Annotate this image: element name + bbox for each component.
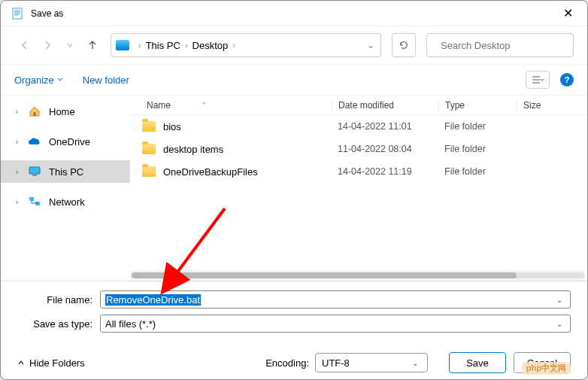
- file-list[interactable]: bios 14-04-2022 11:01 File folder deskto…: [130, 115, 587, 267]
- chevron-down-icon[interactable]: ⌄: [365, 40, 376, 50]
- home-icon: [28, 105, 41, 117]
- chevron-down-icon[interactable]: ⌄: [409, 359, 421, 367]
- chevron-right-icon: ›: [137, 41, 143, 50]
- chevron-right-icon[interactable]: ›: [16, 108, 25, 116]
- help-button[interactable]: ?: [560, 73, 574, 87]
- watermark: php中文网: [522, 362, 571, 375]
- horizontal-scrollbar[interactable]: [130, 270, 586, 281]
- search-input[interactable]: [441, 40, 567, 51]
- column-header-name[interactable]: Name⌃: [130, 100, 332, 111]
- filename-label: File name:: [17, 294, 100, 306]
- sidebar-item-home[interactable]: › Home: [1, 100, 130, 123]
- folder-icon: [142, 144, 156, 154]
- encoding-label: Encoding:: [265, 357, 309, 369]
- svg-rect-10: [34, 112, 36, 116]
- toolbar: Organize New folder ?: [1, 64, 587, 96]
- list-item[interactable]: OneDriveBackupFiles 14-04-2022 11:19 Fil…: [130, 160, 587, 183]
- back-button[interactable]: [14, 35, 35, 56]
- chevron-right-icon[interactable]: ›: [16, 138, 25, 146]
- file-name: OneDriveBackupFiles: [163, 166, 258, 178]
- save-form: File name: RemoveOneDrive.bat ⌄ Save as …: [1, 281, 587, 333]
- chevron-up-icon: [17, 359, 25, 366]
- pc-icon: [116, 40, 129, 50]
- svg-rect-13: [29, 197, 34, 201]
- file-date: 14-04-2022 11:01: [332, 121, 438, 132]
- svg-rect-11: [29, 167, 40, 174]
- svg-rect-12: [32, 175, 37, 176]
- chevron-down-icon[interactable]: ⌄: [553, 296, 565, 304]
- view-options-button[interactable]: [526, 71, 550, 89]
- sidebar-label: Home: [49, 106, 75, 117]
- up-button[interactable]: [82, 35, 103, 56]
- save-as-dialog: Save as ✕ › This PC › Desktop › ⌄ Organi…: [0, 0, 588, 380]
- footer: Hide Folders Encoding: UTF-8 ⌄ Save Canc…: [1, 346, 587, 379]
- column-header-size[interactable]: Size: [517, 100, 587, 111]
- file-date: 11-04-2022 08:04: [332, 144, 438, 154]
- column-header-date[interactable]: Date modified: [332, 100, 438, 111]
- nav-row: › This PC › Desktop › ⌄: [1, 26, 587, 64]
- save-button[interactable]: Save: [449, 352, 506, 373]
- filename-input[interactable]: RemoveOneDrive.bat ⌄: [100, 290, 571, 309]
- chevron-down-icon: [57, 77, 63, 83]
- forward-button[interactable]: [37, 35, 58, 56]
- chevron-right-icon[interactable]: ›: [16, 168, 25, 176]
- nav-tree: › Home › OneDrive › This PC › Network: [1, 96, 130, 281]
- main-area: › Home › OneDrive › This PC › Network: [1, 96, 587, 281]
- filename-value: RemoveOneDrive.bat: [105, 294, 201, 306]
- search-box[interactable]: [426, 33, 574, 57]
- pc-icon: [28, 166, 41, 178]
- savetype-label: Save as type:: [17, 318, 100, 330]
- file-list-area: Name⌃ Date modified Type Size bios 14-04…: [130, 96, 587, 281]
- sidebar-label: OneDrive: [49, 136, 90, 147]
- file-date: 14-04-2022 11:19: [332, 166, 438, 177]
- refresh-button[interactable]: [392, 33, 416, 57]
- list-item[interactable]: desktop items 11-04-2022 08:04 File fold…: [130, 138, 587, 160]
- folder-icon: [142, 166, 156, 177]
- sidebar-label: Network: [49, 196, 85, 208]
- encoding-value: UTF-8: [322, 357, 350, 369]
- list-item[interactable]: bios 14-04-2022 11:01 File folder: [130, 115, 587, 138]
- column-header-type[interactable]: Type: [438, 100, 517, 111]
- file-type: File folder: [438, 166, 517, 177]
- recent-dropdown[interactable]: [59, 35, 80, 56]
- chevron-down-icon[interactable]: ⌄: [553, 320, 565, 328]
- chevron-right-icon: ›: [231, 41, 237, 50]
- sidebar-item-network[interactable]: › Network: [1, 190, 130, 213]
- window-title: Save as: [31, 8, 559, 19]
- chevron-right-icon[interactable]: ›: [16, 198, 25, 206]
- sidebar-item-onedrive[interactable]: › OneDrive: [1, 130, 130, 153]
- new-folder-button[interactable]: New folder: [83, 74, 129, 86]
- breadcrumb-thispc[interactable]: This PC: [143, 40, 183, 51]
- hide-folders-button[interactable]: Hide Folders: [17, 357, 85, 369]
- column-headers: Name⌃ Date modified Type Size: [130, 96, 587, 115]
- onedrive-icon: [28, 135, 41, 147]
- address-bar[interactable]: › This PC › Desktop › ⌄: [111, 33, 381, 57]
- file-type: File folder: [438, 144, 517, 154]
- titlebar: Save as ✕: [1, 1, 587, 26]
- sort-indicator-icon: ⌃: [201, 101, 207, 109]
- file-name: desktop items: [163, 144, 223, 155]
- organize-menu[interactable]: Organize: [14, 74, 63, 86]
- app-icon: [11, 8, 23, 20]
- sidebar-item-thispc[interactable]: › This PC: [1, 160, 130, 183]
- sidebar-label: This PC: [49, 166, 83, 178]
- file-name: bios: [163, 121, 181, 132]
- close-button[interactable]: ✕: [559, 6, 577, 20]
- chevron-right-icon: ›: [183, 41, 189, 50]
- folder-icon: [142, 121, 156, 132]
- network-icon: [28, 196, 41, 208]
- savetype-select[interactable]: All files (*.*) ⌄: [100, 315, 571, 333]
- breadcrumb-desktop[interactable]: Desktop: [189, 40, 232, 51]
- scrollbar-thumb[interactable]: [132, 272, 517, 278]
- encoding-select[interactable]: UTF-8 ⌄: [315, 353, 428, 372]
- savetype-value: All files (*.*): [105, 318, 156, 330]
- file-type: File folder: [438, 121, 517, 132]
